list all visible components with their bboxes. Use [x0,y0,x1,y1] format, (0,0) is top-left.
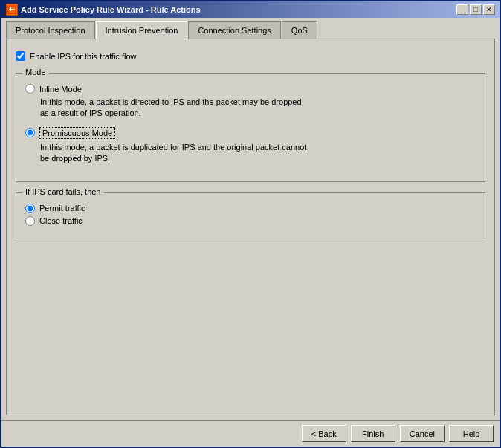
window-icon [6,4,18,16]
promiscuous-mode-radio[interactable] [25,128,35,137]
enable-ips-checkbox[interactable] [16,51,25,61]
mode-group-box: Mode Inline Mode In this mode, a packet … [16,73,485,182]
maximize-button[interactable]: □ [470,4,482,15]
inline-mode-label: Inline Mode [39,85,82,94]
ips-fails-group-legend: If IPS card fails, then [22,187,104,196]
title-bar-buttons: _ □ ✕ [456,4,495,15]
window-content: Protocol Inspection Intrusion Prevention… [1,18,500,420]
close-traffic-label: Close traffic [39,216,83,225]
mode-group-legend: Mode [22,68,49,77]
inline-mode-row: Inline Mode [25,84,476,94]
cancel-button[interactable]: Cancel [400,425,445,442]
ips-fails-group-content: Permit traffic Close traffic [16,193,485,238]
ips-fails-group-box: If IPS card fails, then Permit traffic C… [16,192,485,238]
permit-traffic-radio[interactable] [25,204,35,213]
tab-panel-intrusion-prevention: Enable IPS for this traffic flow Mode In… [6,39,495,415]
back-button[interactable]: < Back [302,425,346,442]
finish-button[interactable]: Finish [351,425,395,442]
enable-ips-label: Enable IPS for this traffic flow [30,52,136,61]
tab-qos[interactable]: QoS [282,21,317,39]
tabs-container: Protocol Inspection Intrusion Prevention… [6,21,495,39]
main-window: Add Service Policy Rule Wizard - Rule Ac… [0,0,501,448]
mode-group-content: Inline Mode In this mode, a packet is di… [16,74,485,181]
tab-intrusion-prevention[interactable]: Intrusion Prevention [96,21,188,39]
help-button[interactable]: Help [449,425,494,442]
promiscuous-mode-description: In this mode, a packet is duplicated for… [40,142,476,165]
button-bar: < Back Finish Cancel Help [1,420,500,447]
close-traffic-radio[interactable] [25,216,35,226]
tab-connection-settings[interactable]: Connection Settings [188,21,280,39]
title-bar: Add Service Policy Rule Wizard - Rule Ac… [1,1,500,18]
permit-traffic-label: Permit traffic [39,204,85,212]
close-traffic-row: Close traffic [25,216,476,226]
permit-traffic-row: Permit traffic [25,204,476,213]
window-title: Add Service Policy Rule Wizard - Rule Ac… [21,5,201,14]
close-button[interactable]: ✕ [483,4,495,15]
promiscuous-mode-row: Promiscuous Mode [25,127,476,139]
svg-rect-1 [9,9,15,10]
minimize-button[interactable]: _ [456,4,468,15]
inline-mode-radio[interactable] [25,84,35,94]
enable-ips-row: Enable IPS for this traffic flow [16,51,485,61]
inline-mode-description: In this mode, a packet is directed to IP… [40,97,476,120]
svg-rect-2 [10,7,11,11]
promiscuous-mode-label: Promiscuous Mode [39,127,115,139]
title-bar-left: Add Service Policy Rule Wizard - Rule Ac… [6,4,201,16]
tab-protocol-inspection[interactable]: Protocol Inspection [6,21,95,39]
